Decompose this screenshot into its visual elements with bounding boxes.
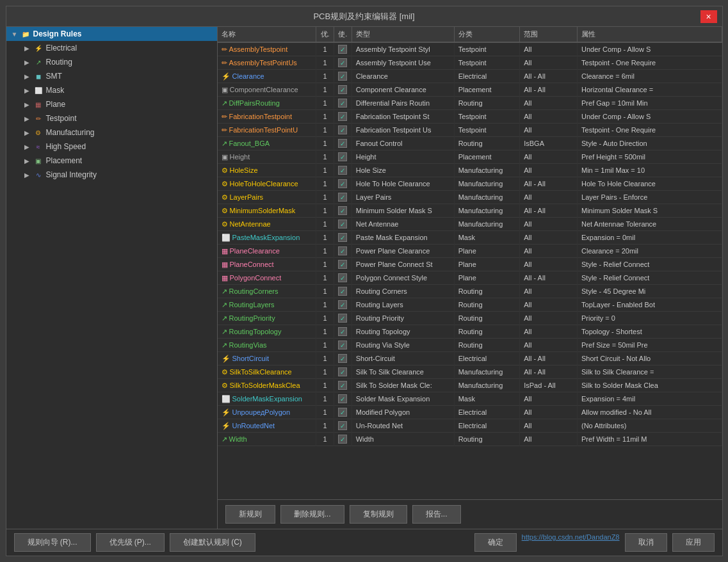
cell-enabled[interactable]: ✓ <box>334 191 352 204</box>
table-row[interactable]: ✏ FabricationTestPointU 1 ✓ Fabrication … <box>218 124 722 137</box>
cell-enabled[interactable]: ✓ <box>334 379 352 392</box>
table-row[interactable]: ▦ PlaneClearance 1 ✓ Power Plane Clearan… <box>218 245 722 258</box>
cell-enabled[interactable]: ✓ <box>334 110 352 124</box>
table-row[interactable]: ⚡ UnRoutedNet 1 ✓ Un-Routed Net Electric… <box>218 419 722 433</box>
table-row[interactable]: ▣ Height 1 ✓ Height Placement All Pref H… <box>218 150 722 164</box>
table-row[interactable]: ⚡ UnpouредPolygon 1 ✓ Modified Polygon E… <box>218 406 722 419</box>
cell-enabled[interactable]: ✓ <box>334 433 352 446</box>
enabled-checkbox[interactable]: ✓ <box>338 99 347 108</box>
enabled-checkbox[interactable]: ✓ <box>338 354 347 363</box>
sidebar-item-signalintegrity[interactable]: ▶ ∿ Signal Integrity <box>6 168 217 182</box>
enabled-checkbox[interactable]: ✓ <box>338 206 347 215</box>
cell-enabled[interactable]: ✓ <box>334 258 352 271</box>
table-row[interactable]: ✏ AssemblyTestPointUs 1 ✓ Assembly Testp… <box>218 56 722 70</box>
cell-enabled[interactable]: ✓ <box>334 298 352 312</box>
sidebar-item-routing[interactable]: ▶ ↗ Routing <box>6 55 217 69</box>
enabled-checkbox[interactable]: ✓ <box>338 166 347 175</box>
enabled-checkbox[interactable]: ✓ <box>338 314 347 323</box>
table-row[interactable]: ⬜ SolderMaskExpansion 1 ✓ Solder Mask Ex… <box>218 392 722 406</box>
close-button[interactable]: × <box>700 10 717 23</box>
new-rule-button[interactable]: 新规则 <box>225 505 275 524</box>
cell-enabled[interactable]: ✓ <box>334 419 352 433</box>
delete-rule-button[interactable]: 删除规则... <box>280 505 344 524</box>
cell-enabled[interactable]: ✓ <box>334 406 352 419</box>
cell-enabled[interactable]: ✓ <box>334 56 352 70</box>
cell-enabled[interactable]: ✓ <box>334 271 352 285</box>
cancel-button[interactable]: 取消 <box>625 533 667 552</box>
cell-enabled[interactable]: ✓ <box>334 325 352 339</box>
enabled-checkbox[interactable]: ✓ <box>338 341 347 349</box>
enabled-checkbox[interactable]: ✓ <box>338 45 347 54</box>
table-row[interactable]: ⚡ Clearance 1 ✓ Clearance Electrical All… <box>218 70 722 83</box>
enabled-checkbox[interactable]: ✓ <box>338 85 347 94</box>
tree-root-design-rules[interactable]: ▼ 📁 Design Rules <box>6 27 217 41</box>
enabled-checkbox[interactable]: ✓ <box>338 125 347 134</box>
enabled-checkbox[interactable]: ✓ <box>338 300 347 309</box>
cell-enabled[interactable]: ✓ <box>334 150 352 164</box>
cell-enabled[interactable]: ✓ <box>334 339 352 352</box>
cell-enabled[interactable]: ✓ <box>334 124 352 137</box>
enabled-checkbox[interactable]: ✓ <box>338 408 347 417</box>
enabled-checkbox[interactable]: ✓ <box>338 287 347 296</box>
sidebar-item-manufacturing[interactable]: ▶ ⚙ Manufacturing <box>6 125 217 140</box>
table-row[interactable]: ⚙ NetAntennae 1 ✓ Net Antennae Manufactu… <box>218 218 722 231</box>
sidebar-item-plane[interactable]: ▶ ▦ Plane <box>6 97 217 111</box>
table-row[interactable]: ✏ AssemblyTestpoint 1 ✓ Assembly Testpoi… <box>218 42 722 56</box>
enabled-checkbox[interactable]: ✓ <box>338 435 347 444</box>
enabled-checkbox[interactable]: ✓ <box>338 179 347 188</box>
watermark-link[interactable]: https://blog.csdn.net/DandanZ8 <box>522 533 620 552</box>
table-row[interactable]: ↗ RoutingVias 1 ✓ Routing Via Style Rout… <box>218 339 722 352</box>
apply-button[interactable]: 应用 <box>672 533 715 552</box>
cell-enabled[interactable]: ✓ <box>334 177 352 191</box>
rule-wizard-button[interactable]: 规则向导 (R)... <box>14 533 91 552</box>
table-row[interactable]: ↗ RoutingPriority 1 ✓ Routing Priority R… <box>218 312 722 325</box>
table-row[interactable]: ↗ DiffPairsRouting 1 ✓ Differential Pair… <box>218 97 722 110</box>
cell-enabled[interactable]: ✓ <box>334 164 352 177</box>
enabled-checkbox[interactable]: ✓ <box>338 193 347 202</box>
table-row[interactable]: ↗ Width 1 ✓ Width Routing All Pref Width… <box>218 433 722 446</box>
sidebar-item-testpoint[interactable]: ▶ ✏ Testpoint <box>6 111 217 125</box>
cell-enabled[interactable]: ✓ <box>334 42 352 56</box>
enabled-checkbox[interactable]: ✓ <box>338 233 347 242</box>
cell-enabled[interactable]: ✓ <box>334 97 352 110</box>
ok-button[interactable]: 确定 <box>474 533 517 552</box>
enabled-checkbox[interactable]: ✓ <box>338 152 347 161</box>
rules-table-container[interactable]: 名称 优. 使. 类型 分类 范围 属性 ✏ AssemblyTestpoint <box>218 27 722 499</box>
cell-enabled[interactable]: ✓ <box>334 231 352 245</box>
cell-enabled[interactable]: ✓ <box>334 285 352 298</box>
table-row[interactable]: ⚡ ShortCircuit 1 ✓ Short-Circuit Electri… <box>218 352 722 365</box>
table-row[interactable]: ⚙ SilkToSolderMaskClea 1 ✓ Silk To Solde… <box>218 379 722 392</box>
enabled-checkbox[interactable]: ✓ <box>338 260 347 269</box>
enabled-checkbox[interactable]: ✓ <box>338 394 347 403</box>
cell-enabled[interactable]: ✓ <box>334 218 352 231</box>
sidebar-item-mask[interactable]: ▶ ⬜ Mask <box>6 83 217 97</box>
table-row[interactable]: ▦ PolygonConnect 1 ✓ Polygon Connect Sty… <box>218 271 722 285</box>
table-row[interactable]: ⬜ PasteMaskExpansion 1 ✓ Paste Mask Expa… <box>218 231 722 245</box>
cell-enabled[interactable]: ✓ <box>334 204 352 218</box>
enabled-checkbox[interactable]: ✓ <box>338 58 347 67</box>
table-row[interactable]: ⚙ LayerPairs 1 ✓ Layer Pairs Manufacturi… <box>218 191 722 204</box>
table-row[interactable]: ↗ RoutingTopology 1 ✓ Routing Topology R… <box>218 325 722 339</box>
cell-enabled[interactable]: ✓ <box>334 137 352 150</box>
create-default-button[interactable]: 创建默认规则 (C) <box>170 533 255 552</box>
cell-enabled[interactable]: ✓ <box>334 83 352 97</box>
enabled-checkbox[interactable]: ✓ <box>338 112 347 121</box>
table-row[interactable]: ✏ FabricationTestpoint 1 ✓ Fabrication T… <box>218 110 722 124</box>
sidebar-item-highspeed[interactable]: ▶ ≈ High Speed <box>6 140 217 154</box>
sidebar-item-electrical[interactable]: ▶ ⚡ Electrical <box>6 41 217 55</box>
table-row[interactable]: ↗ RoutingCorners 1 ✓ Routing Corners Rou… <box>218 285 722 298</box>
report-button[interactable]: 报告... <box>412 505 461 524</box>
enabled-checkbox[interactable]: ✓ <box>338 381 347 390</box>
table-row[interactable]: ▣ ComponentClearance 1 ✓ Component Clear… <box>218 83 722 97</box>
enabled-checkbox[interactable]: ✓ <box>338 72 347 81</box>
table-row[interactable]: ⚙ SilkToSilkClearance 1 ✓ Silk To Silk C… <box>218 365 722 379</box>
enabled-checkbox[interactable]: ✓ <box>338 273 347 282</box>
enabled-checkbox[interactable]: ✓ <box>338 327 347 336</box>
priority-button[interactable]: 优先级 (P)... <box>96 533 165 552</box>
cell-enabled[interactable]: ✓ <box>334 312 352 325</box>
cell-enabled[interactable]: ✓ <box>334 392 352 406</box>
cell-enabled[interactable]: ✓ <box>334 70 352 83</box>
copy-rule-button[interactable]: 复制规则 <box>350 505 407 524</box>
cell-enabled[interactable]: ✓ <box>334 245 352 258</box>
sidebar-item-placement[interactable]: ▶ ▣ Placement <box>6 154 217 168</box>
